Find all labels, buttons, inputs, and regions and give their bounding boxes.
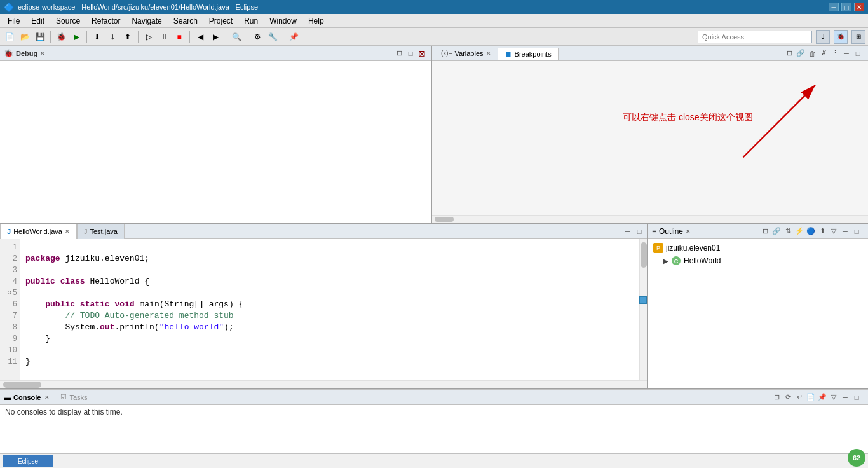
menu-edit[interactable]: Edit	[26, 15, 50, 27]
outline-maximize[interactable]: □	[851, 226, 862, 237]
toolbar-extra3[interactable]: 📌	[287, 30, 301, 44]
toolbar-terminate[interactable]: ■	[172, 30, 186, 44]
console-new-button[interactable]: ▽	[829, 392, 839, 403]
taskbar-item-eclipse[interactable]: Eclipse	[3, 455, 53, 467]
menu-file[interactable]: File	[3, 15, 25, 27]
editor-tab-helloworld[interactable]: J HelloWorld.java ✕	[0, 224, 77, 239]
toolbar-extra2[interactable]: 🔧	[266, 30, 280, 44]
menu-navigate[interactable]: Navigate	[126, 15, 166, 27]
menu-project[interactable]: Project	[204, 15, 238, 27]
editor-minimize-button[interactable]: ─	[623, 226, 633, 237]
debug-panel: 🐞 Debug ✕ ⊟ □ ⊠	[0, 46, 432, 223]
menu-search[interactable]: Search	[168, 15, 203, 27]
outline-title: Outline	[659, 227, 683, 236]
menu-help[interactable]: Help	[303, 15, 329, 27]
debug-restore-button[interactable]: ⊠	[417, 48, 427, 59]
toolbar-forward-button[interactable]: ▶	[208, 30, 222, 44]
toolbar-run-button[interactable]: ▶	[69, 30, 83, 44]
outline-collapse-btn[interactable]: ⊟	[760, 226, 770, 237]
code-editor: 1 2 3 4 ⊖5 6 7 8 9 10 11 package jizuiku…	[0, 239, 647, 380]
vb-scrollbar-bottom[interactable]	[432, 215, 868, 223]
outline-sort-btn[interactable]: ⇅	[783, 226, 793, 237]
editor-maximize-button[interactable]: □	[634, 226, 644, 237]
console-word-wrap[interactable]: ↵	[794, 392, 804, 403]
perspective-java-button[interactable]: J	[816, 30, 830, 44]
menu-run[interactable]: Run	[239, 15, 263, 27]
line-num-1: 1	[1, 242, 17, 253]
console-maximize[interactable]: □	[851, 392, 862, 403]
editor-hscroll-thumb[interactable]	[3, 382, 41, 388]
menu-source[interactable]: Source	[51, 15, 85, 27]
editor-tabbar: J HelloWorld.java ✕ J Test.java ─ □	[0, 224, 647, 239]
editor-scrollbar-right[interactable]	[639, 239, 647, 380]
vb-maximize[interactable]: □	[853, 48, 863, 59]
bottom-row: J HelloWorld.java ✕ J Test.java ─ □ 1 2 …	[0, 224, 868, 389]
vb-minimize[interactable]: ─	[841, 48, 851, 59]
console-pin[interactable]: 📌	[817, 392, 827, 403]
vb-hscroll-thumb[interactable]	[435, 217, 454, 222]
debug-icon: 🐞	[4, 49, 13, 58]
outline-link-btn[interactable]: 🔗	[771, 226, 782, 237]
editor-scrollbar-bottom[interactable]	[0, 380, 647, 388]
perspective-debug-button[interactable]: 🐞	[834, 30, 848, 44]
line-num-6: 6	[1, 299, 17, 310]
debug-minimize-button[interactable]: ⊟	[394, 48, 404, 59]
restore-button[interactable]: ◻	[841, 3, 851, 11]
console-tab-label[interactable]: Console	[13, 394, 41, 401]
vb-btn4[interactable]: ✗	[818, 48, 829, 59]
toolbar-step-return[interactable]: ⬆	[121, 30, 135, 44]
toolbar-search-button[interactable]: 🔍	[229, 30, 243, 44]
variables-prefix-icon: (x)=	[441, 50, 452, 57]
window-close-button[interactable]: ✕	[854, 3, 864, 11]
console-open-file[interactable]: 📄	[806, 392, 816, 403]
toolbar-back-button[interactable]: ◀	[193, 30, 207, 44]
top-row: 🐞 Debug ✕ ⊟ □ ⊠ (x)= Variables ✕	[0, 46, 868, 224]
outline-expand-arrow: ▶	[663, 258, 668, 265]
open-perspective-button[interactable]: ⊞	[851, 30, 865, 44]
toolbar-save-button[interactable]: 💾	[33, 30, 47, 44]
console-scroll-lock[interactable]: ⟳	[783, 392, 793, 403]
outline-item-package[interactable]: P jizuiku.eleven01	[651, 242, 865, 254]
menu-window[interactable]: Window	[264, 15, 302, 27]
breakpoint-indicator: ⊖	[8, 287, 11, 299]
outline-more[interactable]: ▽	[829, 226, 839, 237]
console-panel: ▬ Console ✕ ☑ Tasks ⊟ ⟳ ↵ 📄 📌 ▽ ─ □ No c…	[0, 389, 868, 453]
tab-breakpoints[interactable]: ⏹ Breakpoints	[498, 48, 559, 60]
toolbar-suspend[interactable]: ⏸	[157, 30, 171, 44]
toolbar-step-into[interactable]: ⬇	[90, 30, 104, 44]
variables-breakpoints-tabbar: (x)= Variables ✕ ⏹ Breakpoints ⊟ 🔗 🗑 ✗ ⋮…	[432, 46, 868, 61]
outline-show-inherited[interactable]: ⬆	[817, 226, 827, 237]
console-minimize[interactable]: ─	[840, 392, 850, 403]
toolbar-resume[interactable]: ▷	[142, 30, 156, 44]
toolbar-step-over[interactable]: ⤵	[105, 30, 119, 44]
toolbar-extra1[interactable]: ⚙	[250, 30, 264, 44]
toolbar-new-button[interactable]: 📄	[3, 30, 17, 44]
outline-item-class[interactable]: ▶ C HelloWorld	[651, 254, 865, 267]
debug-maximize-button[interactable]: □	[405, 48, 416, 59]
tab-variables[interactable]: (x)= Variables ✕	[435, 48, 498, 59]
minimize-button[interactable]: ─	[829, 3, 839, 11]
vb-btn3[interactable]: 🗑	[807, 48, 817, 59]
quick-access-input[interactable]	[698, 31, 812, 43]
tasks-tab-label[interactable]: Tasks	[69, 394, 87, 401]
console-clear-button[interactable]: ⊟	[771, 392, 782, 403]
console-controls: ⊟ ⟳ ↵ 📄 📌 ▽ ─ □	[771, 392, 864, 403]
vb-btn1[interactable]: ⊟	[784, 48, 794, 59]
toolbar-open-button[interactable]: 📂	[18, 30, 32, 44]
editor-tab-test[interactable]: J Test.java	[77, 224, 125, 239]
outline-hide-fields[interactable]: 🔵	[806, 226, 816, 237]
editor-vscroll-thumb[interactable]	[641, 242, 647, 268]
vb-btn2[interactable]: 🔗	[796, 48, 806, 59]
code-content[interactable]: package jizuiku.eleven01; public class H…	[20, 239, 639, 380]
vb-btn5[interactable]: ⋮	[830, 48, 840, 59]
debug-panel-close-icon[interactable]: ✕	[40, 50, 45, 57]
outline-close-icon[interactable]: ✕	[686, 228, 691, 235]
console-tab-close[interactable]: ✕	[44, 394, 50, 401]
outline-minimize[interactable]: ─	[840, 226, 850, 237]
outline-filter-btn[interactable]: ⚡	[794, 226, 804, 237]
variables-tab-close[interactable]: ✕	[486, 50, 491, 57]
menu-refactor[interactable]: Refactor	[86, 15, 125, 27]
svg-text:C: C	[674, 258, 679, 265]
toolbar-debug-button[interactable]: 🐞	[54, 30, 68, 44]
editor-tab-helloworld-close[interactable]: ✕	[65, 228, 70, 235]
